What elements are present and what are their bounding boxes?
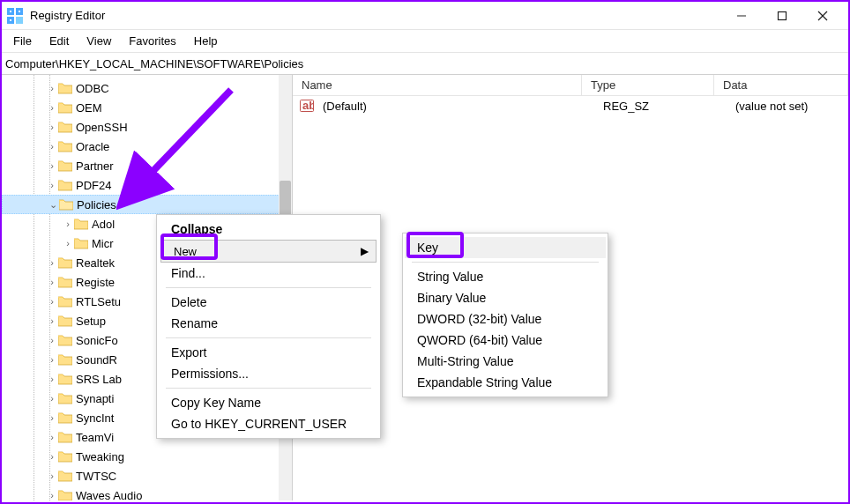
svg-rect-5	[19, 11, 20, 12]
folder-icon	[58, 179, 72, 191]
caret-right-icon[interactable]: ›	[46, 180, 58, 190]
svg-rect-4	[10, 11, 11, 12]
tree-label: Policies	[77, 198, 116, 211]
minimize-button[interactable]	[721, 2, 762, 30]
menu-file[interactable]: File	[4, 32, 41, 50]
tree-node-pdf24[interactable]: ›PDF24	[2, 175, 292, 195]
ctx-new-expandable[interactable]: Expandable String Value	[405, 372, 606, 393]
svg-rect-6	[10, 19, 11, 21]
ctx-new-qword[interactable]: QWORD (64-bit) Value	[405, 330, 606, 351]
caret-right-icon[interactable]: ›	[46, 296, 58, 307]
tree-label: SonicFo	[76, 334, 118, 347]
tree-node-tweaking[interactable]: ›Tweaking	[2, 447, 292, 466]
caret-down-icon[interactable]: ⌄	[47, 199, 59, 211]
maximize-button[interactable]	[762, 2, 802, 30]
context-menu: Collapse New ▶ Find... Delete Rename Exp…	[156, 214, 381, 439]
folder-icon	[74, 237, 88, 249]
ctx-new-binary[interactable]: Binary Value	[405, 287, 606, 308]
caret-right-icon[interactable]: ›	[46, 277, 58, 287]
tree-node-oracle[interactable]: ›Oracle	[2, 137, 292, 156]
close-button[interactable]	[802, 2, 843, 30]
tree-label: Setup	[76, 315, 106, 328]
tree-label: SRS Lab	[76, 373, 122, 386]
caret-right-icon[interactable]: ›	[62, 219, 74, 229]
caret-right-icon[interactable]: ›	[46, 471, 58, 481]
folder-icon	[58, 470, 72, 482]
ctx-permissions[interactable]: Permissions...	[159, 363, 378, 384]
tree-node-waves-audio[interactable]: ›Waves Audio	[2, 485, 292, 500]
menu-help[interactable]: Help	[185, 32, 227, 50]
col-header-type[interactable]: Type	[582, 75, 714, 95]
tree-node-oem[interactable]: ›OEM	[2, 98, 292, 117]
menu-view[interactable]: View	[78, 32, 120, 50]
ctx-collapse[interactable]: Collapse	[159, 219, 378, 240]
caret-right-icon[interactable]: ›	[46, 160, 58, 171]
ctx-new[interactable]: New ▶	[160, 240, 377, 263]
tree-node-twtsc[interactable]: ›TWTSC	[2, 466, 292, 485]
ctx-export[interactable]: Export	[159, 342, 378, 363]
ctx-copykey[interactable]: Copy Key Name	[159, 392, 378, 413]
address-text: Computer\HKEY_LOCAL_MACHINE\SOFTWARE\Pol…	[5, 57, 303, 70]
folder-icon	[58, 392, 72, 404]
folder-icon	[58, 101, 72, 114]
caret-right-icon[interactable]: ›	[46, 451, 58, 462]
folder-icon	[58, 411, 72, 424]
cell-type: REG_SZ	[594, 100, 727, 113]
tree-label: Tweaking	[76, 450, 124, 463]
ctx-new-key[interactable]: Key	[405, 237, 606, 258]
tree-node-policies[interactable]: ⌄Policies	[2, 195, 292, 214]
tree-label: Synapti	[76, 392, 114, 405]
folder-icon	[58, 450, 72, 463]
ctx-new-multistring[interactable]: Multi-String Value	[405, 351, 606, 372]
tree-node-odbc[interactable]: ›ODBC	[2, 78, 292, 98]
tree-label: TWTSC	[76, 470, 116, 483]
caret-right-icon[interactable]: ›	[46, 102, 58, 113]
address-bar[interactable]: Computer\HKEY_LOCAL_MACHINE\SOFTWARE\Pol…	[2, 53, 848, 75]
context-submenu-new: Key String Value Binary Value DWORD (32-…	[402, 233, 608, 397]
folder-icon	[58, 256, 72, 269]
caret-right-icon[interactable]: ›	[46, 83, 58, 93]
caret-right-icon[interactable]: ›	[46, 393, 58, 404]
caret-right-icon[interactable]: ›	[46, 374, 58, 384]
ctx-new-string[interactable]: String Value	[405, 266, 606, 287]
ctx-rename[interactable]: Rename	[159, 313, 378, 334]
tree-label: OEM	[76, 101, 102, 115]
tree-label: SoundR	[76, 353, 117, 367]
ctx-goto[interactable]: Go to HKEY_CURRENT_USER	[159, 413, 378, 434]
svg-rect-3	[16, 17, 23, 24]
tree-label: RTLSetu	[76, 295, 121, 308]
ctx-new-dword[interactable]: DWORD (32-bit) Value	[405, 308, 606, 330]
caret-right-icon[interactable]: ›	[46, 432, 58, 442]
tree-label: TeamVi	[76, 431, 114, 444]
caret-right-icon[interactable]: ›	[46, 354, 58, 365]
list-row[interactable]: ab (Default) REG_SZ (value not set)	[293, 96, 848, 115]
folder-icon	[58, 373, 72, 385]
caret-right-icon[interactable]: ›	[46, 315, 58, 326]
tree-label: Waves Audio	[76, 489, 142, 501]
caret-right-icon[interactable]: ›	[46, 141, 58, 152]
col-header-name[interactable]: Name	[293, 75, 582, 95]
ctx-delete[interactable]: Delete	[159, 292, 378, 313]
tree-node-openssh[interactable]: ›OpenSSH	[2, 117, 292, 137]
ctx-separator	[166, 388, 371, 389]
ctx-find[interactable]: Find...	[159, 263, 378, 284]
tree-label: PDF24	[76, 179, 111, 192]
caret-right-icon[interactable]: ›	[46, 257, 58, 268]
caret-right-icon[interactable]: ›	[46, 122, 58, 132]
tree-node-partner[interactable]: ›Partner	[2, 156, 292, 175]
menubar: File Edit View Favorites Help	[2, 30, 848, 53]
menu-favorites[interactable]: Favorites	[120, 32, 184, 50]
folder-icon	[58, 315, 72, 327]
tree-label: Realtek	[76, 256, 115, 270]
folder-icon	[58, 140, 72, 152]
col-header-data[interactable]: Data	[714, 75, 848, 95]
caret-right-icon[interactable]: ›	[46, 412, 58, 423]
titlebar: Registry Editor	[2, 2, 848, 30]
ctx-separator	[166, 287, 371, 288]
caret-right-icon[interactable]: ›	[46, 335, 58, 345]
caret-right-icon[interactable]: ›	[62, 238, 74, 248]
menu-edit[interactable]: Edit	[41, 32, 78, 50]
caret-right-icon[interactable]: ›	[46, 490, 58, 500]
tree-label: Adol	[92, 218, 115, 231]
ctx-separator	[166, 337, 371, 338]
